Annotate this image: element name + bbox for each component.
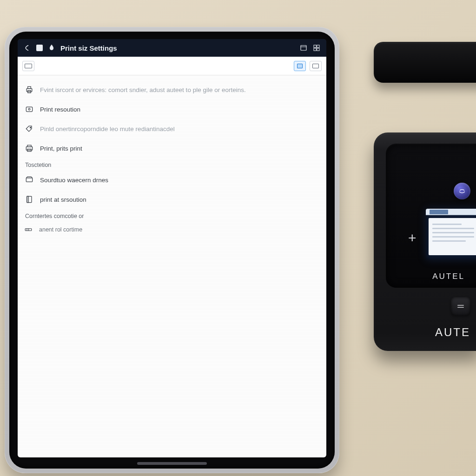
svg-rect-7 [28, 86, 31, 88]
layout-button[interactable] [22, 61, 34, 71]
list-item-text: Sourdtuo waecern drnes [40, 177, 108, 184]
accessory-bar [374, 42, 476, 83]
resolution-icon [24, 104, 34, 114]
list-item-drives[interactable]: Sourdtuo waecern drnes [24, 170, 320, 190]
printer-face: + AUTEL [386, 144, 476, 288]
page-title: Print siz Settings [60, 44, 117, 52]
printer-brand-body: AUTE [374, 326, 476, 339]
list-item-text: Pinld onertinrcoporndide leo mute redian… [40, 126, 175, 132]
printer-brand-face: AUTEL [386, 272, 476, 281]
tablet-device: Print siz Settings [5, 27, 339, 473]
list-item-text: Print resoution [40, 106, 80, 113]
app-icon [36, 45, 43, 51]
svg-rect-9 [26, 107, 32, 112]
svg-rect-2 [314, 45, 316, 47]
titlebar: Print siz Settings [18, 39, 326, 57]
list-item-at-resolution[interactable]: print at srsoution [24, 190, 320, 209]
tag-icon [24, 124, 34, 134]
svg-rect-6 [26, 89, 32, 92]
svg-point-10 [28, 108, 30, 110]
plus-icon[interactable]: + [408, 230, 416, 246]
svg-rect-0 [301, 46, 306, 51]
svg-point-11 [30, 127, 31, 128]
grid-icon[interactable] [312, 44, 321, 52]
list-item-text: Fvint isrcont or ervirces: comort sndier… [40, 86, 246, 93]
printer-logo-icon [454, 183, 470, 199]
view-mode-card-button[interactable] [294, 61, 306, 71]
list-item-description[interactable]: Fvint isrcont or ervirces: comort sndier… [24, 80, 320, 99]
drop-icon [47, 44, 56, 52]
toolbar [18, 57, 326, 75]
list-item-note[interactable]: Pinld onertinrcoporndide leo mute redian… [24, 119, 320, 139]
view-mode-list-button[interactable] [310, 61, 322, 71]
section-header: Tosctetion [24, 158, 320, 170]
home-indicator[interactable] [137, 462, 207, 465]
printer-device: AUTE + AUTEL [374, 132, 476, 351]
list-item-text: Print, prits print [40, 145, 82, 152]
svg-rect-4 [314, 48, 316, 51]
svg-rect-3 [317, 45, 319, 47]
svg-rect-18 [25, 229, 32, 231]
print-job-icon [24, 143, 34, 153]
printer-icon [24, 85, 34, 95]
svg-rect-5 [317, 48, 319, 51]
printer-lcd[interactable] [426, 209, 476, 260]
printer-eject-button[interactable] [451, 297, 470, 316]
list-item-control[interactable]: anent rol cortime [24, 221, 320, 238]
list-item-text: print at srsoution [40, 196, 86, 203]
app-screen: Print siz Settings [18, 39, 326, 457]
list-item-text: anent rol cortime [38, 226, 82, 233]
section-header: Corntertes comcotie or [24, 209, 320, 221]
back-icon[interactable] [23, 44, 32, 52]
list-item-prints[interactable]: Print, prits print [24, 139, 320, 158]
tablet-bezel: Print siz Settings [9, 32, 335, 469]
drive-icon [24, 175, 34, 185]
svg-rect-17 [27, 196, 28, 202]
svg-rect-16 [27, 196, 32, 202]
settings-list: Fvint isrcont or ervirces: comort sndier… [18, 75, 326, 457]
page-icon [24, 194, 34, 205]
slider-icon [24, 225, 33, 235]
window-icon[interactable] [299, 44, 308, 52]
list-item-resolution[interactable]: Print resoution [24, 99, 320, 119]
svg-rect-13 [27, 145, 31, 146]
svg-rect-15 [26, 178, 32, 182]
